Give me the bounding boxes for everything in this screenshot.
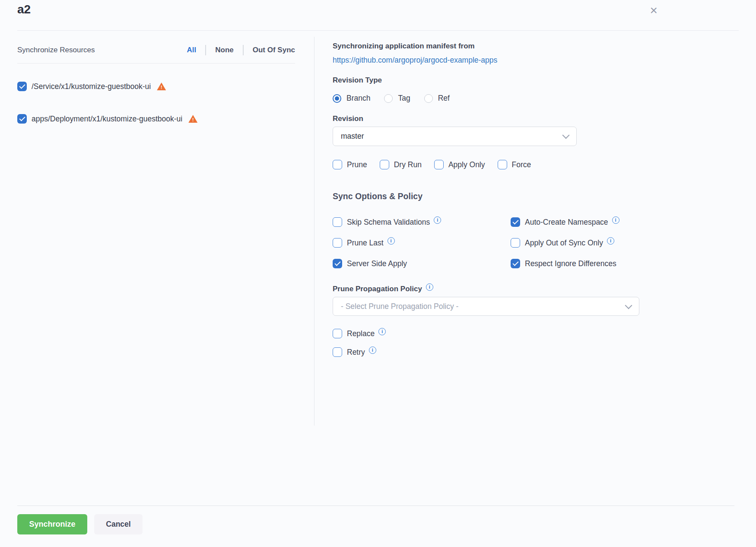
option-apply-out-of-sync-only[interactable]: Apply Out of Sync Only i — [511, 238, 619, 248]
server-side-apply-checkbox[interactable] — [333, 259, 342, 268]
sync-flags: Prune Dry Run Apply Only Force — [333, 160, 531, 169]
resource-row: apps/Deployment/x1/kustomize-guestbook-u… — [17, 114, 197, 124]
option-server-side-apply[interactable]: Server Side Apply — [333, 259, 511, 268]
info-icon[interactable]: i — [369, 347, 376, 354]
radio-tag[interactable]: Tag — [384, 94, 410, 103]
revision-label: Revision — [333, 114, 363, 123]
respect-ignore-differences-checkbox[interactable] — [511, 259, 520, 268]
info-icon[interactable]: i — [434, 216, 441, 224]
replace-checkbox[interactable] — [333, 329, 342, 338]
radio-icon[interactable] — [384, 94, 393, 103]
prune-propagation-policy-select[interactable]: - Select Prune Propagation Policy - — [333, 297, 639, 316]
resource-checkbox[interactable] — [17, 114, 27, 124]
chevron-down-icon — [625, 302, 632, 309]
filter-none[interactable]: None — [215, 46, 234, 54]
info-icon[interactable]: i — [607, 237, 614, 245]
retry-checkbox[interactable] — [333, 347, 342, 357]
option-auto-create-namespace[interactable]: Auto-Create Namespace i — [511, 217, 619, 227]
revision-type-options: Branch Tag Ref — [333, 94, 450, 103]
resource-label: apps/Deployment/x1/kustomize-guestbook-u… — [32, 114, 182, 124]
info-icon[interactable]: i — [426, 283, 433, 291]
prune-propagation-policy-label: Prune Propagation Policy — [333, 285, 422, 293]
info-icon[interactable]: i — [378, 328, 386, 335]
filter-all[interactable]: All — [187, 46, 197, 54]
option-respect-ignore-differences[interactable]: Respect Ignore Differences — [511, 259, 619, 268]
resources-heading: Synchronize Resources — [17, 46, 95, 54]
radio-ref[interactable]: Ref — [424, 94, 450, 103]
cancel-button[interactable]: Cancel — [94, 514, 143, 534]
revision-type-label: Revision Type — [333, 76, 382, 85]
resource-checkbox[interactable] — [17, 82, 27, 91]
skip-schema-validations-checkbox[interactable] — [333, 217, 342, 227]
check-icon — [512, 260, 518, 266]
flag-force[interactable]: Force — [498, 160, 531, 169]
warning-icon: ! — [157, 83, 166, 90]
option-skip-schema-validations[interactable]: Skip Schema Validations i — [333, 217, 511, 227]
page-title: a2 — [17, 3, 31, 16]
check-icon — [19, 83, 25, 89]
manifest-url-link[interactable]: https://github.com/argoproj/argocd-examp… — [333, 56, 497, 65]
dry-run-checkbox[interactable] — [380, 160, 389, 169]
manifest-heading: Synchronizing application manifest from — [333, 42, 475, 51]
apply-only-checkbox[interactable] — [434, 160, 444, 169]
radio-icon[interactable] — [424, 94, 433, 103]
flag-prune[interactable]: Prune — [333, 160, 367, 169]
revision-select[interactable]: master — [333, 127, 577, 146]
sync-options-grid: Skip Schema Validations i Auto-Create Na… — [333, 217, 619, 268]
auto-create-namespace-checkbox[interactable] — [511, 217, 520, 227]
info-icon[interactable]: i — [388, 237, 395, 245]
resources-divider — [17, 63, 295, 64]
apply-out-of-sync-only-checkbox[interactable] — [511, 238, 520, 248]
footer-divider — [17, 506, 734, 506]
radio-branch[interactable]: Branch — [333, 94, 370, 103]
info-icon[interactable]: i — [612, 216, 619, 224]
resource-filter-tabs: All None Out Of Sync — [187, 45, 295, 55]
sync-options-heading: Sync Options & Policy — [333, 191, 422, 201]
option-retry[interactable]: Retry i — [333, 347, 376, 357]
tab-separator — [205, 45, 206, 55]
warning-icon: ! — [188, 115, 197, 123]
prune-propagation-policy-header: Prune Propagation Policy i — [333, 285, 433, 293]
check-icon — [19, 115, 25, 121]
tab-separator — [243, 45, 244, 55]
check-icon — [334, 260, 340, 266]
filter-out-of-sync[interactable]: Out Of Sync — [253, 46, 295, 54]
option-prune-last[interactable]: Prune Last i — [333, 238, 511, 248]
force-checkbox[interactable] — [498, 160, 507, 169]
close-icon[interactable]: × — [650, 3, 658, 17]
flag-dry-run[interactable]: Dry Run — [380, 160, 422, 169]
panel-divider — [314, 37, 314, 426]
prune-last-checkbox[interactable] — [333, 238, 342, 248]
chevron-down-icon — [562, 132, 570, 139]
flag-apply-only[interactable]: Apply Only — [434, 160, 485, 169]
prune-checkbox[interactable] — [333, 160, 342, 169]
resources-header: Synchronize Resources All None Out Of Sy… — [17, 44, 295, 57]
option-replace[interactable]: Replace i — [333, 329, 386, 338]
radio-selected-icon[interactable] — [333, 94, 341, 103]
revision-value: master — [341, 132, 364, 141]
synchronize-button[interactable]: Synchronize — [17, 514, 87, 534]
header-divider — [17, 30, 739, 31]
policy-placeholder: - Select Prune Propagation Policy - — [341, 302, 458, 311]
resource-row: /Service/x1/kustomize-guestbook-ui ! — [17, 81, 166, 92]
resource-label: /Service/x1/kustomize-guestbook-ui — [32, 82, 151, 91]
check-icon — [512, 218, 518, 224]
